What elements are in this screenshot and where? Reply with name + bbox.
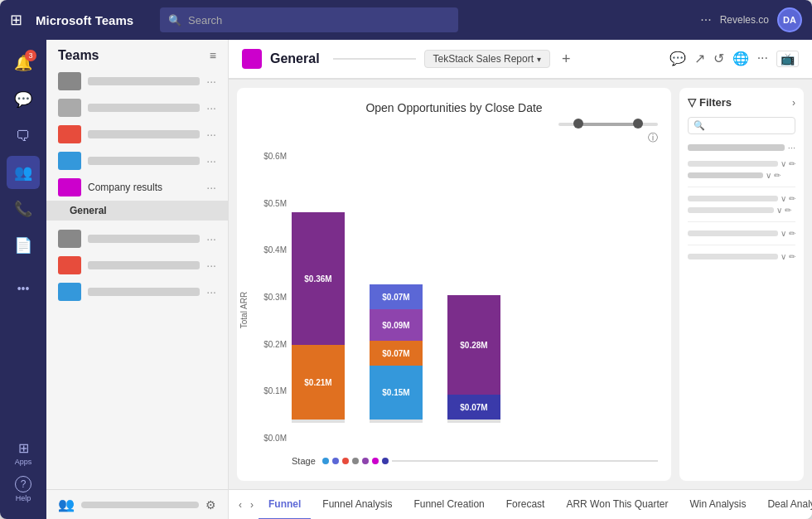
filter-subbar-6 <box>688 254 778 260</box>
bar-seg-1-1: $0.36M <box>292 212 345 345</box>
filter-sub-2: ∨ ✏ <box>688 171 795 180</box>
bar-group-1: $0.36M $0.21M <box>292 212 345 423</box>
chevron-down-icon-2[interactable]: ∨ <box>766 171 771 180</box>
team-more-7[interactable]: ··· <box>206 259 216 272</box>
x-dot-7 <box>382 458 389 464</box>
edit-icon-1[interactable]: ✏ <box>789 159 795 168</box>
main-layout: 🔔 3 💬 🗨 👥 📞 📄 ••• ⊞ <box>0 40 812 519</box>
more-nav-icon: ••• <box>17 282 30 295</box>
team-item[interactable]: ··· <box>46 252 228 279</box>
chevron-down-icon-1[interactable]: ∨ <box>781 159 786 168</box>
team-more-1[interactable]: ··· <box>206 75 216 88</box>
tab-funnel-creation[interactable]: Funnel Creation <box>404 490 494 520</box>
waffle-icon[interactable]: ⊞ <box>10 11 22 29</box>
filter-sub-4: ∨ ✏ <box>688 206 795 215</box>
nav-activity[interactable]: 🔔 3 <box>7 46 40 80</box>
tab-deal-analysis[interactable]: Deal Analysis <box>757 490 812 520</box>
app-container: ⊞ Microsoft Teams 🔍 ··· Reveles.co DA 🔔 … <box>0 0 812 519</box>
tab-funnel[interactable]: Funnel <box>259 490 311 520</box>
nav-teams[interactable]: 👥 <box>7 156 40 189</box>
chevron-down-icon-4[interactable]: ∨ <box>776 206 782 215</box>
y-label-06: $0.6M <box>263 152 287 161</box>
team-more-8[interactable]: ··· <box>206 285 216 298</box>
team-more-3[interactable]: ··· <box>206 128 216 141</box>
filter-sub-5: ∨ ✏ <box>688 229 795 238</box>
team-item-company[interactable]: Company results ··· <box>46 174 228 201</box>
info-icon[interactable]: ⓘ <box>558 131 658 145</box>
filters-title: ▽ Filters <box>688 96 732 109</box>
team-item[interactable]: ··· <box>46 121 228 148</box>
filter-more-1[interactable]: ··· <box>788 143 795 153</box>
settings-icon[interactable]: ⚙ <box>205 498 216 512</box>
bar-seg-2-1: $0.07M <box>370 284 423 309</box>
tab-nav-prev[interactable]: ‹ <box>235 499 245 511</box>
range-thumb-left[interactable] <box>573 119 583 129</box>
x-dot-3 <box>342 458 349 464</box>
chevron-down-icon-5[interactable]: ∨ <box>781 229 786 238</box>
calls-icon: 📞 <box>14 200 32 218</box>
tab-forecast[interactable]: Forecast <box>496 490 555 520</box>
filters-panel: ▽ Filters › 🔍 ··· <box>679 88 804 481</box>
chat-header-icon[interactable]: 💬 <box>669 51 686 67</box>
sidebar-filter-icon[interactable]: ≡ <box>210 49 216 62</box>
channel-color-square <box>242 49 262 69</box>
search-input[interactable] <box>188 14 450 27</box>
nav-more[interactable]: ••• <box>7 272 40 305</box>
team-item[interactable]: ··· <box>46 279 228 305</box>
y-label-01: $0.1M <box>263 386 287 395</box>
edit-icon-5[interactable]: ✏ <box>789 229 795 238</box>
team-more-4[interactable]: ··· <box>206 154 216 167</box>
globe-icon[interactable]: 🌐 <box>732 51 749 67</box>
team-item[interactable]: ··· <box>46 148 228 174</box>
tab-add-button[interactable]: + <box>562 51 571 68</box>
team-more-5[interactable]: ··· <box>206 181 216 194</box>
nav-apps[interactable]: ⊞ Apps <box>7 437 40 469</box>
filter-section-3: ∨ ✏ <box>688 229 795 238</box>
filters-expand-icon[interactable]: › <box>792 97 795 109</box>
team-more-6[interactable]: ··· <box>206 232 216 245</box>
team-more-2[interactable]: ··· <box>206 101 216 114</box>
filter-search-box[interactable]: 🔍 <box>688 117 795 134</box>
refresh-icon[interactable]: ↺ <box>713 51 724 67</box>
chevron-down-icon-6[interactable]: ∨ <box>781 252 786 261</box>
team-name-bar-2 <box>88 104 200 112</box>
range-thumb-right[interactable] <box>633 119 643 129</box>
team-item[interactable]: ··· <box>46 68 228 95</box>
nav-chat[interactable]: 💬 <box>7 83 40 116</box>
chevron-down-icon-3[interactable]: ∨ <box>781 194 786 203</box>
active-tab[interactable]: TekStack Sales Report ▾ <box>424 50 550 68</box>
team-item[interactable]: ··· <box>46 95 228 121</box>
team-name-bar-1 <box>88 77 200 85</box>
teams-icon: 👥 <box>14 163 32 182</box>
expand-icon[interactable]: ↗ <box>694 51 705 67</box>
edit-icon-3[interactable]: ✏ <box>789 194 795 203</box>
range-slider[interactable]: ⓘ <box>558 123 658 145</box>
nav-chat2[interactable]: 🗨 <box>7 119 40 153</box>
channel-item-general[interactable]: General <box>46 201 228 221</box>
chat2-icon: 🗨 <box>16 128 31 145</box>
tv-icon[interactable]: 📺 <box>776 51 799 67</box>
tab-arr-won[interactable]: ARR Won This Quarter <box>556 490 678 520</box>
tab-dropdown-icon[interactable]: ▾ <box>537 55 541 64</box>
search-bar[interactable]: 🔍 <box>160 7 458 32</box>
channel-divider-line <box>333 58 416 60</box>
tab-nav-next[interactable]: › <box>247 499 257 511</box>
edit-icon-4[interactable]: ✏ <box>785 206 791 215</box>
nav-files[interactable]: 📄 <box>7 229 40 262</box>
nav-calls[interactable]: 📞 <box>7 192 40 226</box>
tab-win-analysis[interactable]: Win Analysis <box>679 490 756 520</box>
tab-funnel-analysis[interactable]: Funnel Analysis <box>312 490 402 520</box>
team-item[interactable]: ··· <box>46 226 228 252</box>
nav-help[interactable]: ? Help <box>7 473 40 506</box>
avatar[interactable]: DA <box>777 7 802 32</box>
more-dots-icon[interactable]: ··· <box>700 12 711 27</box>
filter-search-input[interactable] <box>708 121 790 131</box>
edit-icon-2[interactable]: ✏ <box>774 171 781 180</box>
team-color-6 <box>58 230 81 248</box>
header-more-icon[interactable]: ··· <box>757 51 768 67</box>
chart-title: Open Opportunities by Close Date <box>250 101 658 114</box>
edit-icon-6[interactable]: ✏ <box>789 252 795 261</box>
people-icon[interactable]: 👥 <box>58 497 75 512</box>
tab-label: TekStack Sales Report <box>433 53 534 65</box>
bar-group-2: $0.07M $0.09M $0.07M $0.15M <box>370 284 423 423</box>
